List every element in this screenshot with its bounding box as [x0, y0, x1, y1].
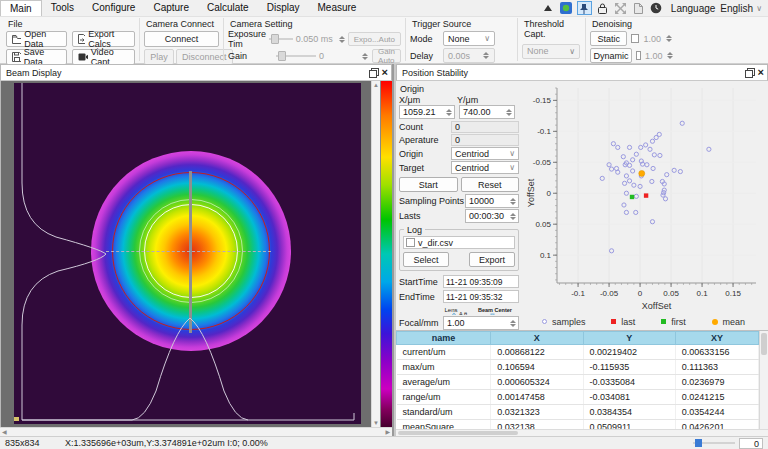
video-capture-button[interactable]: Video Capt. [72, 49, 135, 65]
end-time-value: 11-21 09:35:32 [443, 290, 519, 303]
table-horizontal-scrollbar[interactable] [396, 429, 768, 436]
count-value: 0 [451, 121, 519, 133]
aperture-label: Aperature [399, 135, 451, 145]
save-icon [12, 52, 21, 62]
origin-y-input[interactable]: 740.00 [459, 105, 515, 119]
language-select[interactable]: English ∨ [718, 3, 764, 14]
log-file-checkbox[interactable] [406, 238, 415, 247]
collapse-ribbon-icon[interactable] [541, 1, 556, 15]
table-row[interactable]: current/um0.008681220.002194020.00633156 [397, 345, 759, 360]
select-button[interactable]: Select [403, 252, 449, 267]
report-icon[interactable] [631, 1, 646, 15]
save-data-button[interactable]: Save Data [6, 49, 67, 65]
svg-text:0: 0 [638, 289, 643, 298]
samples-point [600, 176, 604, 180]
svg-text:XoffSet: XoffSet [642, 301, 672, 311]
lock-icon[interactable] [595, 1, 610, 15]
expand-icon[interactable] [613, 1, 628, 15]
table-row[interactable]: average/um0.000605324-0.03350840.0236979 [397, 375, 759, 390]
menu-tab-measure[interactable]: Measure [308, 0, 365, 16]
export-calcs-button[interactable]: Export Calcs [72, 31, 135, 47]
video-camera-icon [78, 53, 88, 61]
open-data-button[interactable]: Open Data [6, 31, 67, 47]
menubar-right: Language English ∨ [541, 0, 768, 16]
dynamic-stepper[interactable] [667, 52, 673, 59]
float-panel-icon[interactable] [745, 68, 754, 77]
beam-display-panel: Beam Display × [0, 64, 393, 436]
exposure-slider[interactable] [269, 34, 293, 44]
scroll-up-icon[interactable]: ▲ [373, 82, 379, 88]
origin-group-label: Origin [400, 84, 519, 94]
table-row[interactable]: range/um0.00147458-0.0340810.0241215 [397, 390, 759, 405]
trigger-delay-input[interactable]: 0.00s [443, 48, 495, 63]
close-icon[interactable]: × [382, 68, 388, 77]
folder-icon [12, 35, 21, 44]
static-button[interactable]: Static [590, 31, 627, 46]
menu-tab-display[interactable]: Display [258, 0, 309, 16]
samples-point [645, 163, 649, 167]
samples-point [631, 169, 635, 173]
first-marker-icon [661, 319, 666, 324]
clock-icon[interactable] [649, 1, 664, 15]
connect-button[interactable]: Connect [144, 31, 219, 47]
menu-tab-tools[interactable]: Tools [42, 0, 83, 16]
scroll-right-icon[interactable]: ▶ [385, 429, 390, 435]
trigger-mode-select[interactable]: None∨ [443, 31, 495, 46]
gain-slider[interactable] [276, 51, 316, 61]
zoom-value: 0 [739, 438, 763, 449]
origin-x-input[interactable]: 1059.21 [399, 105, 455, 119]
table-header-X[interactable]: X [491, 332, 583, 345]
beam-vertical-scrollbar[interactable]: ▲ ▼ [371, 81, 380, 427]
menu-tabs: MainToolsConfigureCaptureCalculateDispla… [0, 0, 365, 16]
focal-input[interactable]: 1.00 [443, 316, 519, 330]
origin-mode-select[interactable]: Centriod∨ [451, 147, 519, 160]
scroll-down-icon[interactable]: ▼ [373, 420, 379, 426]
export-icon [78, 34, 85, 44]
play-button[interactable]: Play [144, 49, 174, 65]
svg-text:0.1: 0.1 [540, 251, 552, 260]
static-checkbox[interactable] [631, 34, 639, 43]
group-file: File Open Data Export Calcs Save Data Vi… [2, 18, 139, 61]
gain-stepper[interactable] [362, 53, 369, 60]
menu-tab-main[interactable]: Main [0, 0, 42, 16]
start-button[interactable]: Start [399, 177, 458, 192]
expo-auto-button[interactable]: Expo...Auto [348, 32, 401, 46]
beam-horizontal-scrollbar[interactable]: ◀ ▶ [0, 427, 392, 436]
close-icon[interactable]: × [758, 68, 764, 77]
dynamic-button[interactable]: Dynamic [590, 48, 632, 63]
beam-panel-titlebar: Beam Display × [0, 64, 392, 81]
colormap-icon[interactable] [559, 1, 574, 15]
beam-viewport[interactable] [1, 81, 371, 427]
float-panel-icon[interactable] [369, 68, 378, 77]
export-button[interactable]: Export [469, 252, 515, 267]
reset-button[interactable]: Reset [461, 177, 520, 192]
menu-tab-capture[interactable]: Capture [144, 0, 198, 16]
threshold-select[interactable]: None∨ [522, 44, 580, 59]
exposure-stepper[interactable] [339, 36, 345, 43]
samples-point [658, 153, 662, 157]
samples-marker-icon [542, 319, 547, 324]
zoom-slider[interactable] [693, 439, 735, 447]
lasts-input[interactable]: 00:00:30 [465, 209, 519, 223]
table-row[interactable]: standard/um0.03213230.03843540.0354244 [397, 405, 759, 420]
samples-point [665, 173, 669, 177]
samples-point [644, 143, 648, 147]
table-header-name[interactable]: name [397, 332, 491, 345]
menu-tab-configure[interactable]: Configure [83, 0, 144, 16]
menu-tab-calculate[interactable]: Calculate [198, 0, 258, 16]
table-row[interactable]: max/um0.106594-0.1159350.111363 [397, 360, 759, 375]
static-stepper[interactable] [665, 35, 673, 42]
dynamic-checkbox[interactable] [636, 51, 641, 60]
sampling-points-input[interactable]: 10000 [465, 194, 519, 208]
delay-label: Delay [410, 51, 440, 61]
scroll-left-icon[interactable]: ◀ [2, 429, 7, 435]
profile-origin-mark [14, 417, 19, 421]
samples-point [624, 174, 628, 178]
table-header-XY[interactable]: XY [675, 332, 758, 345]
pin-icon[interactable] [577, 1, 592, 15]
gain-auto-button[interactable]: Gain Auto [372, 49, 401, 63]
table-vertical-scrollbar[interactable] [759, 331, 768, 429]
target-mode-select[interactable]: Centriod∨ [451, 161, 519, 174]
table-header-Y[interactable]: Y [583, 332, 675, 345]
log-file-name: v_dir.csv [418, 238, 453, 248]
